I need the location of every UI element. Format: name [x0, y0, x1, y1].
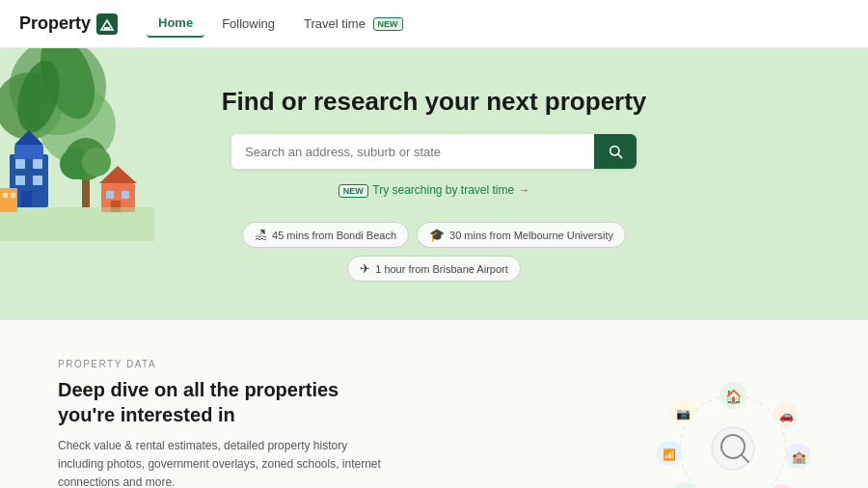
search-input[interactable] [231, 135, 594, 169]
nav-item-home[interactable]: Home [147, 10, 204, 38]
svg-text:🚗: 🚗 [779, 408, 794, 422]
property-data-label: PROPERTY DATA [58, 359, 386, 369]
beach-icon: 🏖 [255, 228, 267, 242]
svg-rect-25 [3, 193, 8, 198]
svg-text:📷: 📷 [676, 406, 691, 420]
search-button[interactable] [594, 134, 637, 169]
svg-rect-0 [96, 14, 118, 35]
svg-text:📶: 📶 [663, 447, 676, 461]
hero-title: Find or research your next property [212, 87, 656, 117]
main-nav: Home Following Travel time NEW [147, 10, 414, 38]
svg-rect-13 [21, 191, 32, 207]
svg-rect-23 [0, 207, 154, 241]
new-badge: NEW [339, 184, 368, 198]
svg-text:🏠: 🏠 [725, 389, 743, 405]
property-data-illustration: 🏠 🚗 🏫 📊 👤 🌳 📶 📷 [656, 381, 810, 488]
svg-line-28 [618, 154, 622, 158]
chip-bondi[interactable]: 🏖 45 mins from Bondi Beach [242, 222, 409, 248]
search-icon [608, 144, 623, 159]
chip-melbourne[interactable]: 🎓 30 mins from Melbourne University [417, 222, 626, 248]
svg-point-17 [82, 148, 111, 176]
property-data-heading: Deep dive on all the properties you're i… [58, 377, 386, 427]
site-header: Property Home Following Travel time NEW [0, 0, 868, 48]
travel-time-label: Try searching by travel time → [372, 183, 529, 197]
property-data-section: PROPERTY DATA Deep dive on all the prope… [0, 320, 868, 488]
chip-brisbane[interactable]: ✈ 1 hour from Brisbane Airport [347, 256, 521, 282]
svg-rect-24 [0, 188, 17, 212]
hero-section: Find or research your next property NEW … [0, 48, 868, 320]
hero-content: Find or research your next property NEW … [193, 48, 675, 320]
svg-rect-11 [15, 176, 25, 185]
svg-point-39 [769, 484, 794, 488]
travel-time-badge: NEW [373, 17, 403, 31]
property-data-content: PROPERTY DATA Deep dive on all the prope… [58, 359, 386, 488]
svg-point-43 [672, 482, 697, 488]
nav-item-following[interactable]: Following [210, 11, 286, 37]
hero-illustration [0, 48, 154, 320]
nav-item-travel-time[interactable]: Travel time NEW [292, 11, 414, 38]
logo[interactable]: Property [19, 14, 118, 35]
travel-time-link[interactable]: NEW Try searching by travel time → [212, 180, 656, 210]
uni-icon: 🎓 [429, 228, 445, 242]
svg-text:🏫: 🏫 [792, 449, 806, 464]
travel-chips: 🏖 45 mins from Bondi Beach 🎓 30 mins fro… [212, 222, 656, 282]
plane-icon: ✈ [360, 261, 370, 276]
svg-rect-10 [33, 159, 42, 169]
svg-point-30 [712, 427, 754, 470]
svg-rect-7 [14, 145, 43, 159]
search-bar [231, 134, 637, 169]
property-data-desc: Check value & rental estimates, detailed… [58, 437, 386, 488]
svg-rect-12 [33, 176, 42, 185]
logo-text: Property [19, 14, 91, 34]
svg-rect-21 [122, 191, 129, 199]
svg-rect-20 [106, 191, 114, 199]
logo-icon [96, 14, 118, 35]
svg-rect-26 [11, 193, 15, 198]
svg-rect-9 [15, 159, 25, 169]
